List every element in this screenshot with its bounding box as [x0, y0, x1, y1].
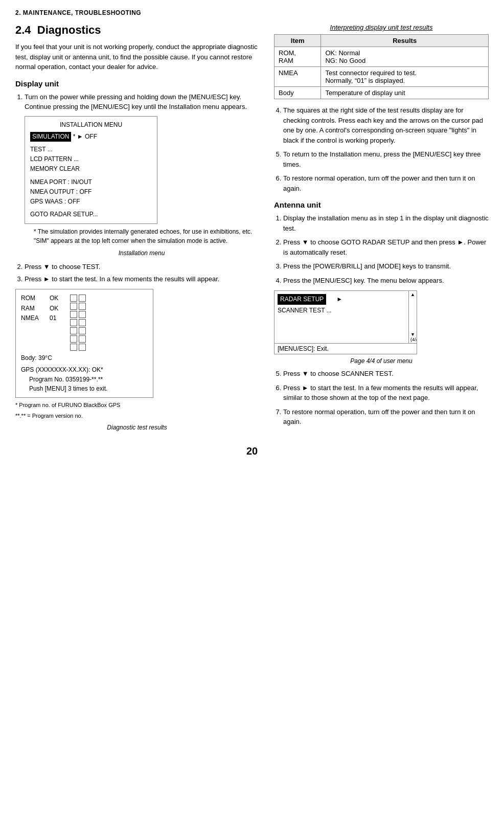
- diag-left-values: ROM OK RAM OK NMEA 01: [21, 294, 65, 323]
- table-row-body: Body Temperature of display unit: [274, 87, 489, 99]
- sq-2-7: [79, 344, 86, 351]
- table-cell-body-result: Temperature of display unit: [321, 87, 489, 99]
- sq-1-7: [70, 344, 77, 351]
- table-header-results: Results: [321, 35, 489, 47]
- scroll-up-arrow-icon: ▲: [410, 292, 415, 297]
- step-r7: To restore normal operation, turn off th…: [283, 407, 489, 427]
- simulation-note: * The simulation provides internally gen…: [34, 227, 259, 245]
- diag-nmea-label: NMEA: [21, 313, 47, 323]
- page-indicator: (4/4): [410, 337, 415, 342]
- table-header-item: Item: [274, 35, 321, 47]
- right-steps-5-7: Press ▼ to choose SCANNER TEST. Press ► …: [274, 369, 489, 427]
- display-unit-steps-list: Turn on the power while pressing and hol…: [25, 92, 259, 284]
- radar-highlight: RADAR SETUP: [278, 294, 326, 305]
- menu-line-gps-waas: GPS WAAS : OFF: [30, 197, 152, 207]
- diag-squares-grid: [70, 295, 86, 351]
- diag-rom-label: ROM: [21, 294, 47, 303]
- steps-list-4-6: The squares at the right side of the tes…: [283, 105, 489, 193]
- diag-gps-line: GPS (XXXXXXX-XX.XX): OK*: [21, 365, 148, 375]
- menu-line-nmea-port: NMEA PORT : IN/OUT: [30, 177, 152, 187]
- antenna-step-2: Press ▼ to choose GOTO RADAR SETUP and t…: [283, 237, 489, 257]
- sq-2-1: [79, 295, 86, 302]
- menu-line-simulation: SIMULATION * ► OFF: [30, 132, 152, 142]
- menu-line-memory: MEMORY CLEAR: [30, 164, 152, 174]
- diag-footnote-1: * Program no. of FURUNO BlackBox GPS: [15, 401, 259, 410]
- sq-1-5: [70, 327, 77, 334]
- right-steps-4-6: The squares at the right side of the tes…: [274, 105, 489, 193]
- step-3: Press ► to start the test. In a few mome…: [25, 274, 259, 284]
- installation-menu-box: INSTALLATION MENU SIMULATION * ► OFF TES…: [25, 116, 157, 224]
- step-6: To restore normal operation, turn off th…: [283, 173, 489, 193]
- scanner-test-line: SCANNER TEST ...: [278, 306, 405, 315]
- diag-program-line2: Push [MENU] 3 times to exit.: [29, 384, 148, 393]
- interp-table: Item Results ROM, RAM OK: Normal NG: No …: [274, 34, 489, 99]
- diag-footnote-2: **.** = Program version no.: [15, 412, 259, 420]
- diag-caption: Diagnostic test results: [15, 424, 259, 431]
- sq-2-3: [79, 311, 86, 318]
- radar-scrollbar: ▲ ▼ (4/4): [408, 291, 417, 343]
- sq-1-3: [70, 311, 77, 318]
- radar-content: RADAR SETUP ► SCANNER TEST ...: [274, 291, 408, 343]
- radar-footer: [MENU/ESC]: Exit.: [274, 343, 417, 354]
- radar-setup-box: RADAR SETUP ► SCANNER TEST ... ▲ ▼ (4/4)…: [274, 290, 417, 354]
- antenna-steps-list: Display the installation menu as in step…: [283, 213, 489, 285]
- diag-ram-label: RAM: [21, 304, 47, 313]
- menu-line-test: TEST ...: [30, 145, 152, 154]
- step-4: The squares at the right side of the tes…: [283, 105, 489, 145]
- menu-line-lcd: LCD PATTERN ...: [30, 154, 152, 164]
- sq-2-2: [79, 303, 86, 310]
- table-row-rom-ram: ROM, RAM OK: Normal NG: No Good: [274, 47, 489, 67]
- scroll-down-arrow-icon: ▼: [410, 332, 415, 337]
- scroll-bottom-area: ▼ (4/4): [409, 331, 417, 343]
- sq-2-5: [79, 327, 86, 334]
- simulation-highlight: SIMULATION: [30, 132, 71, 142]
- antenna-step-4: Press the [MENU/ESC] key. The menu below…: [283, 276, 489, 286]
- diag-ram-val: OK: [50, 304, 65, 313]
- sq-1-6: [70, 335, 77, 343]
- table-cell-rom-ram-result: OK: Normal NG: No Good: [321, 47, 489, 67]
- table-cell-nmea-result: Test connector required to test. Normall…: [321, 67, 489, 87]
- installation-menu-caption: Installation menu: [25, 249, 259, 258]
- sq-1-1: [70, 295, 77, 302]
- step-2: Press ▼ to choose TEST.: [25, 262, 259, 272]
- menu-title: INSTALLATION MENU: [30, 120, 152, 130]
- diag-row-nmea: NMEA 01: [21, 313, 65, 323]
- steps-list-5-7: Press ▼ to choose SCANNER TEST. Press ► …: [283, 369, 489, 427]
- radar-caption: Page 4/4 of user menu: [274, 357, 489, 365]
- diag-program-line1: Program No. 0359199-**.**: [29, 375, 148, 384]
- table-cell-rom-ram-item: ROM, RAM: [274, 47, 321, 67]
- menu-line-nmea-output: NMEA OUTPUT : OFF: [30, 187, 152, 197]
- diag-nmea-val: 01: [50, 313, 65, 323]
- right-column: Interpreting display unit test results I…: [274, 24, 489, 432]
- radar-scroll-area: RADAR SETUP ► SCANNER TEST ... ▲ ▼ (4/4): [274, 291, 417, 343]
- antenna-unit-heading: Antenna unit: [274, 200, 489, 209]
- sq-col-2: [79, 295, 86, 351]
- diag-row-ram: RAM OK: [21, 304, 65, 313]
- diag-row-rom: ROM OK: [21, 294, 65, 303]
- table-cell-nmea-item: NMEA: [274, 67, 321, 87]
- left-column: 2.4 Diagnostics If you feel that your un…: [15, 24, 259, 435]
- diagnostic-results-box: ROM OK RAM OK NMEA 01: [15, 289, 153, 398]
- table-cell-body-item: Body: [274, 87, 321, 99]
- table-row-nmea: NMEA Test connector required to test. No…: [274, 67, 489, 87]
- page-header: 2. MAINTENANCE, TROUBLESHOOTING: [15, 9, 489, 16]
- diag-main-row: ROM OK RAM OK NMEA 01: [21, 294, 148, 351]
- display-unit-heading: Display unit: [15, 79, 259, 88]
- interp-title: Interpreting display unit test results: [274, 24, 489, 31]
- step-r6: Press ► to start the test. In a few mome…: [283, 383, 489, 403]
- sq-1-2: [70, 303, 77, 310]
- section-intro: If you feel that your unit is not workin…: [15, 42, 259, 72]
- step-1: Turn on the power while pressing and hol…: [25, 92, 259, 258]
- antenna-steps: Display the installation menu as in step…: [274, 213, 489, 285]
- page-number: 20: [15, 445, 489, 457]
- section-title: 2.4 Diagnostics: [15, 24, 259, 37]
- radar-arrow: ►: [336, 295, 342, 304]
- sq-1-4: [70, 319, 77, 326]
- antenna-step-3: Press the [POWER/BRILL] and [MODE] keys …: [283, 261, 489, 272]
- sq-col-1: [70, 295, 77, 351]
- diag-rom-val: OK: [50, 294, 65, 303]
- sq-2-4: [79, 319, 86, 326]
- step-r5: Press ▼ to choose SCANNER TEST.: [283, 369, 489, 379]
- antenna-step-1: Display the installation menu as in step…: [283, 213, 489, 233]
- sq-2-6: [79, 335, 86, 343]
